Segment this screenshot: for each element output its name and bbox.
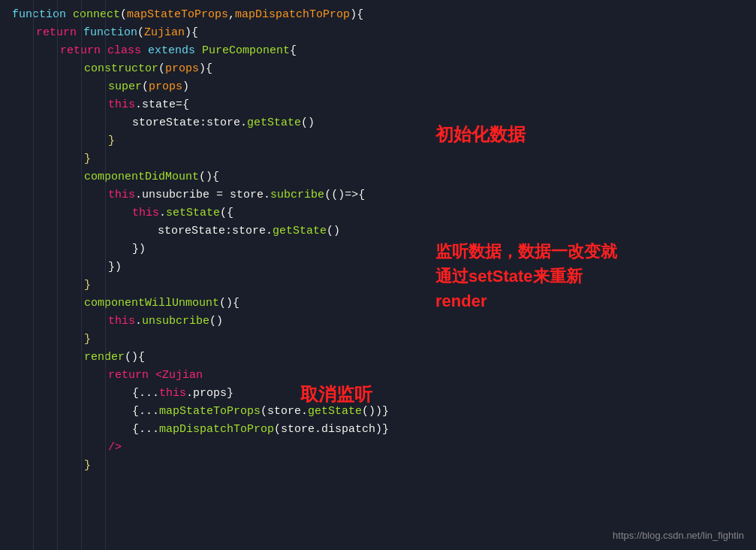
code-line-2: return function(Zujian){ — [0, 24, 756, 42]
code-line-20: render(){ — [0, 349, 756, 367]
code-line-7: storeState:store.getState() — [0, 114, 756, 132]
code-line-5: super(props) — [0, 78, 756, 96]
code-line-26: } — [0, 457, 756, 475]
indent-guide-2 — [57, 0, 58, 550]
indent-guide-3 — [81, 0, 82, 550]
code-line-13: storeState:store.getState() — [0, 222, 756, 240]
code-line-8: } — [0, 132, 756, 150]
code-editor: function connect(mapStateToProps,mapDisp… — [0, 0, 756, 550]
code-line-24: {...mapDispatchToProp(store.dispatch)} — [0, 421, 756, 439]
code-line-10: componentDidMount(){ — [0, 168, 756, 186]
code-line-3: return class extends PureComponent{ — [0, 42, 756, 60]
annotation-listen: 监听数据，数据一改变就 通过setState来重新 render — [435, 239, 617, 313]
code-line-25: /> — [0, 439, 756, 457]
code-line-21: return <Zujian — [0, 367, 756, 385]
indent-guide-1 — [33, 0, 34, 550]
code-line-19: } — [0, 331, 756, 349]
code-line-6: this.state={ — [0, 96, 756, 114]
code-line-18: this.unsubcribe() — [0, 313, 756, 331]
code-line-11: this.unsubcribe = store.subcribe(()=>{ — [0, 186, 756, 204]
watermark: https://blog.csdn.net/lin_fightin — [613, 528, 744, 544]
annotation-init: 初始化数据 — [435, 120, 526, 149]
code-line-23: {...mapStateToProps(store.getState())} — [0, 403, 756, 421]
keyword-function: function — [12, 6, 73, 24]
code-line-22: {...this.props} — [0, 385, 756, 403]
indent-guide-4 — [105, 0, 106, 550]
code-line-9: } — [0, 150, 756, 168]
code-line-14: }) — [0, 240, 756, 258]
code-line-17: componentWillUnmount(){ — [0, 295, 756, 313]
code-line-15: }) — [0, 258, 756, 277]
code-line-4: constructor(props){ — [0, 60, 756, 78]
code-line-12: this.setState({ — [0, 204, 756, 222]
code-line-1: function connect(mapStateToProps,mapDisp… — [0, 6, 756, 24]
annotation-cancel: 取消监听 — [300, 380, 372, 409]
code-line-16: } — [0, 277, 756, 295]
